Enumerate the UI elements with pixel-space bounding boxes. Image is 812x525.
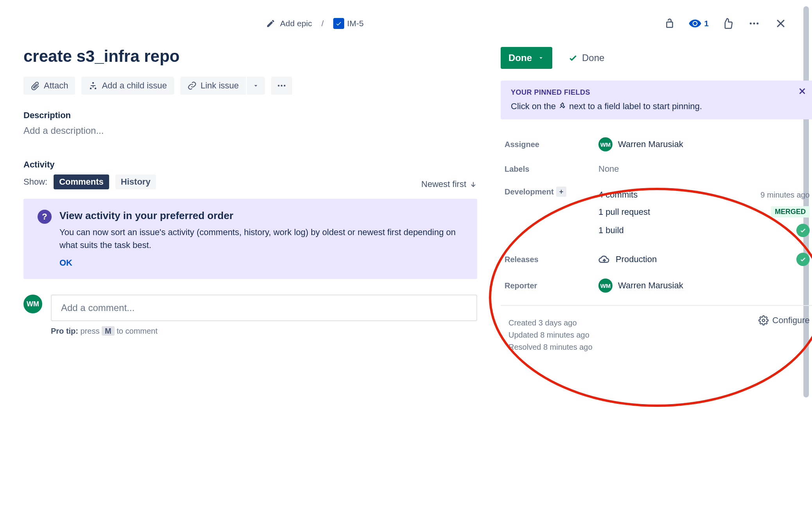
divider — [501, 305, 812, 306]
more-actions-icon[interactable] — [746, 16, 762, 31]
labels-label: Labels — [505, 165, 598, 174]
status-dropdown[interactable]: Done — [501, 47, 552, 69]
edit-icon — [266, 19, 275, 28]
assignee-label: Assignee — [505, 140, 598, 149]
breadcrumb-separator: / — [322, 19, 324, 28]
activity-show-label: Show: — [23, 177, 47, 187]
development-label: Development — [505, 187, 598, 197]
comment-protip: Pro tip: press M to comment — [51, 327, 477, 336]
reporter-value[interactable]: WM Warren Marusiak — [598, 279, 810, 293]
issue-title[interactable]: create s3_infra repo — [23, 47, 477, 66]
pr-status-badge: MERGED — [771, 206, 810, 218]
cloud-upload-icon — [598, 254, 610, 265]
current-user-avatar: WM — [23, 295, 42, 313]
release-success-icon — [796, 253, 810, 266]
labels-value[interactable]: None — [598, 164, 810, 174]
like-icon[interactable] — [720, 16, 735, 31]
reporter-name: Warren Marusiak — [618, 280, 683, 291]
lock-icon[interactable] — [662, 16, 677, 31]
resolved-timestamp: Resolved 8 minutes ago — [508, 343, 593, 352]
activity-label: Activity — [23, 160, 477, 170]
issue-key-text: IM-5 — [347, 19, 364, 28]
assignee-avatar: WM — [598, 137, 613, 151]
dev-commits[interactable]: 4 commits — [598, 190, 638, 200]
add-child-issue-button[interactable]: Add a child issue — [81, 77, 174, 95]
releases-label: Releases — [505, 255, 598, 264]
watchers-button[interactable]: 1 — [688, 17, 709, 30]
sort-toggle[interactable]: Newest first — [421, 179, 477, 189]
gear-icon — [758, 315, 769, 325]
assignee-name: Warren Marusiak — [618, 139, 683, 149]
sort-label: Newest first — [421, 179, 466, 189]
pinned-close-button[interactable] — [798, 87, 807, 97]
svg-point-4 — [280, 85, 282, 86]
more-tools-button[interactable] — [271, 77, 292, 95]
description-placeholder[interactable]: Add a description... — [23, 125, 477, 136]
banner-title: View activity in your preferred order — [59, 210, 463, 222]
resolution-display: Done — [568, 52, 604, 63]
releases-text: Production — [616, 254, 657, 264]
svg-point-2 — [756, 23, 758, 25]
development-add-button[interactable] — [556, 187, 566, 197]
add-epic-link[interactable]: Add epic — [280, 19, 312, 28]
add-child-label: Add a child issue — [102, 81, 167, 91]
link-issue-button[interactable]: Link issue — [180, 77, 246, 95]
created-timestamp: Created 3 days ago — [508, 318, 593, 327]
assignee-value[interactable]: WM Warren Marusiak — [598, 137, 810, 151]
dev-builds[interactable]: 1 build — [598, 225, 624, 236]
svg-point-3 — [278, 85, 279, 86]
close-icon[interactable] — [773, 16, 789, 31]
link-issue-label: Link issue — [201, 81, 239, 91]
dev-pull-requests[interactable]: 1 pull request — [598, 207, 650, 217]
status-label: Done — [508, 52, 532, 63]
releases-value[interactable]: Production — [598, 254, 657, 265]
updated-timestamp: Updated 8 minutes ago — [508, 331, 593, 340]
build-success-icon — [796, 224, 810, 237]
activity-order-banner: ? View activity in your preferred order … — [23, 199, 477, 279]
issue-key-link[interactable]: IM-5 — [333, 18, 364, 29]
svg-point-1 — [753, 23, 755, 25]
tab-comments[interactable]: Comments — [54, 174, 109, 189]
tab-history[interactable]: History — [115, 174, 156, 189]
watch-count: 1 — [704, 19, 709, 28]
banner-ok-button[interactable]: OK — [59, 258, 463, 268]
comment-input[interactable]: Add a comment... — [51, 295, 477, 321]
configure-button[interactable]: Configure — [758, 315, 810, 325]
dev-commits-age: 9 minutes ago — [760, 191, 810, 200]
info-icon: ? — [38, 210, 52, 224]
configure-label: Configure — [772, 315, 810, 325]
link-issue-dropdown[interactable] — [246, 77, 265, 95]
pin-icon — [558, 102, 567, 111]
pinned-body-after: next to a field label to start pinning. — [569, 101, 702, 111]
breadcrumb: Add epic / IM-5 1 — [23, 16, 789, 47]
pinned-title: YOUR PINNED FIELDS — [511, 88, 803, 97]
attach-button[interactable]: Attach — [23, 77, 75, 95]
resolution-label: Done — [582, 52, 604, 63]
reporter-avatar: WM — [598, 279, 613, 293]
pinned-body-before: Click on the — [511, 101, 556, 111]
issue-timestamps: Created 3 days ago Updated 8 minutes ago… — [505, 315, 596, 358]
svg-point-6 — [762, 319, 765, 322]
attach-label: Attach — [44, 81, 68, 91]
pinned-fields-banner: YOUR PINNED FIELDS Click on the next to … — [501, 81, 812, 119]
description-label: Description — [23, 110, 477, 120]
banner-body: You can now sort an issue's activity (co… — [59, 226, 463, 252]
svg-point-0 — [750, 23, 752, 25]
issue-type-icon — [333, 18, 344, 29]
svg-point-5 — [284, 85, 285, 86]
reporter-label: Reporter — [505, 281, 598, 290]
